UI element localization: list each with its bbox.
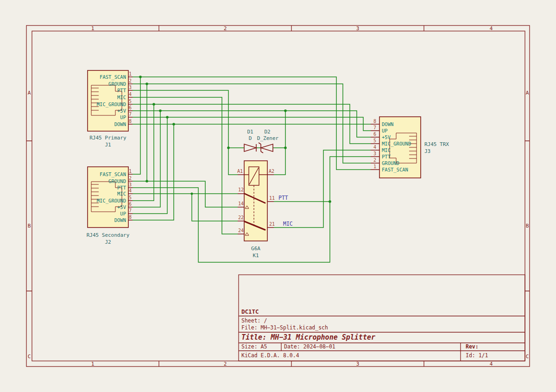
j1-pin-name: PTT bbox=[117, 88, 126, 93]
row-label-a-right: A bbox=[526, 90, 529, 96]
connector-j2[interactable]: 1 2 3 4 5 6 7 8 FAST_SCAN GROUND PTT MIC… bbox=[87, 167, 133, 245]
j3-pin-name: +5V bbox=[382, 134, 391, 140]
k1-pin-22: 22 bbox=[238, 215, 244, 220]
j1-pin-num: 7 bbox=[129, 112, 132, 117]
j3-pin-num: 1 bbox=[373, 164, 376, 169]
j2-pin-num: 4 bbox=[129, 188, 132, 193]
k1-pin-a2: A2 bbox=[269, 169, 274, 174]
connector-j1[interactable]: 1 2 3 4 5 6 7 8 FAST_SCAN GROUND PTT MIC… bbox=[88, 70, 133, 148]
j3-pin-num: 7 bbox=[373, 125, 376, 130]
relay-k1[interactable]: A1 A2 12 14 22 24 11 21 G6A K1 bbox=[237, 161, 275, 259]
j2-pin-name: UP bbox=[120, 211, 126, 216]
connector-j3[interactable]: 8 7 6 5 4 3 2 1 DOWN UP +5V MIC_GROUND M… bbox=[371, 117, 449, 178]
j1-ref: J1 bbox=[105, 142, 111, 148]
d1-value: D bbox=[249, 135, 252, 141]
j1-pin-name: +5V bbox=[117, 108, 126, 114]
j3-pin-name: PTT bbox=[382, 154, 391, 159]
rev-field: Rev: bbox=[466, 343, 479, 350]
k1-pin-a1: A1 bbox=[237, 169, 243, 174]
j3-pin-num: 2 bbox=[373, 158, 376, 163]
j3-pin-num: 3 bbox=[373, 151, 376, 156]
j2-ref: J2 bbox=[105, 239, 111, 245]
j1-pin-name: MIC bbox=[117, 95, 126, 100]
j1-value: RJ45 Primary bbox=[89, 135, 126, 141]
j3-pin-name: DOWN bbox=[382, 121, 393, 127]
row-label-b-right: B bbox=[526, 223, 529, 229]
k1-pin-11: 11 bbox=[269, 196, 275, 201]
col-label-3-bottom: 3 bbox=[356, 361, 360, 367]
j1-pin-num: 8 bbox=[129, 119, 132, 124]
row-label-a-left: A bbox=[28, 90, 31, 96]
j1-pin-num: 3 bbox=[129, 85, 132, 90]
j2-pin-name: PTT bbox=[117, 185, 126, 190]
size-field: Size: A5 bbox=[241, 343, 267, 350]
j3-value: RJ45 TRX bbox=[424, 141, 449, 147]
j1-pin-name: GROUND bbox=[108, 81, 126, 87]
k1-pin-24: 24 bbox=[238, 228, 244, 233]
col-label-1-top: 1 bbox=[91, 25, 95, 32]
j2-pin-num: 2 bbox=[129, 176, 132, 181]
col-label-2-top: 2 bbox=[224, 25, 227, 32]
j2-pin-num: 1 bbox=[129, 169, 132, 174]
j2-pin-num: 8 bbox=[129, 215, 132, 220]
j3-pin-num: 5 bbox=[373, 138, 376, 143]
net-label-mic: MIC bbox=[283, 221, 293, 227]
j2-pin-name: DOWN bbox=[114, 217, 126, 223]
j2-pin-name: MIC_GROUND bbox=[97, 198, 126, 204]
schematic-canvas[interactable]: 1 2 3 4 1 2 3 4 A B C A B C bbox=[0, 0, 556, 392]
j3-pin-name: UP bbox=[382, 128, 388, 133]
sheet-field: Sheet: / bbox=[241, 317, 267, 324]
j1-pin-name: MIC_GROUND bbox=[97, 101, 126, 107]
j1-pin-name: FAST_SCAN bbox=[100, 74, 126, 80]
sheet-id: Id: 1/1 bbox=[466, 352, 488, 359]
j1-pin-num: 4 bbox=[129, 92, 132, 97]
j2-pin-name: FAST_SCAN bbox=[100, 171, 126, 177]
col-label-2-bottom: 2 bbox=[224, 361, 227, 367]
col-label-1-bottom: 1 bbox=[91, 361, 95, 367]
file-field: File: MH−31−Split.kicad_sch bbox=[241, 324, 328, 331]
d1-ref: D1 bbox=[247, 129, 253, 135]
col-label-3-top: 3 bbox=[356, 25, 360, 32]
schematic-sheet: 1 2 3 4 1 2 3 4 A B C A B C bbox=[0, 0, 556, 392]
k1-ref: K1 bbox=[253, 253, 259, 259]
j2-pin-name: MIC bbox=[117, 191, 126, 196]
j3-pin-name: FAST_SCAN bbox=[382, 167, 408, 173]
company-name: DC1TC bbox=[241, 308, 259, 315]
j1-pin-num: 6 bbox=[129, 105, 132, 110]
j1-pin-name: UP bbox=[120, 114, 126, 120]
col-label-4-top: 4 bbox=[490, 25, 493, 32]
j2-pin-name: +5V bbox=[117, 204, 126, 210]
j3-pin-num: 4 bbox=[373, 145, 376, 150]
j2-pin-name: GROUND bbox=[108, 178, 126, 184]
date-field: Date: 2024−08−01 bbox=[284, 343, 335, 350]
row-label-b-left: B bbox=[28, 223, 31, 229]
col-label-4-bottom: 4 bbox=[490, 361, 493, 367]
j3-pin-name: GROUND bbox=[382, 160, 399, 166]
j1-pin-num: 1 bbox=[129, 71, 132, 76]
row-label-c-left: C bbox=[28, 354, 31, 360]
d2-value: D_Zener bbox=[257, 135, 279, 141]
row-label-c-right: C bbox=[526, 354, 529, 360]
j2-value: RJ45 Secondary bbox=[87, 232, 130, 238]
j3-pin-name: MIC bbox=[382, 147, 391, 153]
j1-pin-num: 2 bbox=[129, 78, 132, 83]
tool-version: KiCad E.D.A. 8.0.4 bbox=[241, 352, 299, 359]
net-label-ptt: PTT bbox=[278, 195, 288, 201]
k1-pin-21: 21 bbox=[269, 221, 275, 227]
schematic-title: Title: MH−31 Microphone Splitter bbox=[241, 333, 375, 341]
diode-d1[interactable]: D1 D bbox=[244, 129, 256, 152]
j3-ref: J3 bbox=[424, 148, 430, 154]
j3-pin-num: 6 bbox=[373, 132, 376, 137]
j1-pin-name: DOWN bbox=[114, 121, 126, 127]
j1-pin-num: 5 bbox=[129, 99, 132, 104]
k1-pin-14: 14 bbox=[238, 201, 244, 206]
k1-pin-12: 12 bbox=[238, 187, 244, 192]
j2-pin-num: 3 bbox=[129, 182, 132, 187]
diode-d2-zener[interactable]: D2 D_Zener bbox=[257, 129, 279, 153]
k1-value: G6A bbox=[251, 246, 260, 252]
d2-ref: D2 bbox=[264, 129, 270, 135]
j2-pin-num: 6 bbox=[129, 202, 132, 207]
j2-pin-num: 5 bbox=[129, 195, 132, 200]
title-block: DC1TC Sheet: / File: MH−31−Split.kicad_s… bbox=[239, 275, 525, 361]
j3-pin-num: 8 bbox=[373, 119, 376, 124]
